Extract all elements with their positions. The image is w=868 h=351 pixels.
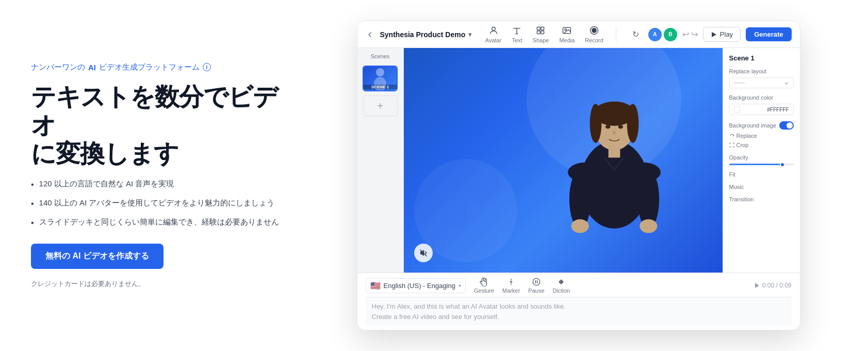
avatar-user-1: A — [648, 28, 662, 41]
flag-icon: 🇺🇸 — [370, 281, 381, 291]
crop-link[interactable]: Crop — [729, 142, 794, 148]
marker-button[interactable]: Marker — [502, 277, 520, 294]
no-credit-text: クレジットカードは必要ありません。 — [31, 279, 299, 289]
bg-color-input[interactable]: #FFFFFF — [729, 104, 794, 115]
svg-point-15 — [589, 104, 601, 143]
toolbar-avatar[interactable]: Avatar — [485, 25, 502, 43]
playback-time: 0:00 / 0:09 — [754, 282, 792, 289]
svg-rect-3 — [537, 31, 541, 34]
toolbar: Avatar Text Shape Media — [485, 25, 792, 43]
bottom-controls: 🇺🇸 English (US) - Engaging ▾ Gesture — [357, 273, 800, 330]
cta-button[interactable]: 無料の AI ビデオを作成する — [31, 244, 163, 269]
script-area[interactable]: Hey, I'm Alex, and this is what an AI Av… — [366, 297, 792, 326]
add-scene-button[interactable]: + — [363, 95, 398, 116]
gesture-button[interactable]: Gesture — [474, 277, 494, 294]
bg-image-section: Background image Replace Crop — [729, 121, 794, 148]
bg-image-toggle[interactable] — [779, 121, 794, 130]
svg-point-24 — [605, 125, 610, 129]
app-window: Synthesia Product Demo ▾ Avatar Text — [357, 21, 800, 330]
bg-image-label: Background image — [729, 122, 777, 129]
toolbar-record[interactable]: Record — [585, 25, 603, 43]
replace-layout-control[interactable]: ─── — [729, 77, 794, 88]
main-content: Scenes SCENE 1 + — [357, 48, 800, 273]
mute-button[interactable] — [414, 244, 433, 262]
right-settings-panel: Scene 1 Replace layout ─── Background co… — [723, 48, 800, 273]
opacity-fill — [729, 164, 781, 165]
undo-button[interactable]: ↩ — [682, 29, 689, 39]
toolbar-divider — [616, 27, 616, 42]
replace-layout-label: Replace layout — [729, 68, 794, 74]
video-background — [404, 48, 723, 273]
svg-rect-1 — [537, 27, 541, 30]
left-panel: ナンバーワンの AI ビデオ生成プラットフォーム i テキストを数分でビデオ に… — [31, 62, 299, 289]
fit-section: Fit — [729, 171, 794, 178]
generate-button[interactable]: Generate — [746, 27, 791, 41]
language-label: English (US) - Engaging — [384, 282, 455, 290]
top-bar-actions: ↻ A B ↩ ↪ Play — [629, 27, 792, 42]
heading-line2: に変換します — [31, 140, 178, 167]
play-button[interactable]: Play — [703, 27, 741, 42]
svg-rect-17 — [608, 148, 620, 157]
svg-point-25 — [618, 125, 623, 129]
refresh-button[interactable]: ↻ — [629, 27, 643, 42]
project-title[interactable]: Synthesia Product Demo ▾ — [380, 30, 472, 39]
svg-point-10 — [376, 68, 384, 76]
svg-point-22 — [571, 219, 588, 233]
transition-label: Transition — [729, 196, 794, 202]
language-selector[interactable]: 🇺🇸 English (US) - Engaging ▾ — [366, 278, 466, 293]
main-heading: テキストを数分でビデオ に変換します — [31, 83, 299, 168]
scene-1-label: SCENE 1 — [364, 85, 397, 89]
collaborator-avatars: A B — [648, 28, 677, 41]
color-swatch — [734, 106, 740, 113]
svg-point-31 — [533, 278, 540, 285]
pause-button[interactable]: Pause — [528, 277, 544, 294]
scene-thumbnail-1[interactable]: SCENE 1 — [363, 66, 398, 91]
opacity-section: Opacity — [729, 154, 794, 165]
scene-title: Scene 1 — [729, 54, 794, 62]
bg-color-section: Background color #FFFFFF — [729, 94, 794, 115]
svg-rect-2 — [541, 27, 544, 30]
svg-point-23 — [640, 219, 657, 233]
svg-marker-9 — [712, 32, 716, 37]
tagline-prefix: ナンバーワンの — [31, 62, 85, 72]
tagline-suffix: ビデオ生成プラットフォーム — [99, 62, 200, 72]
tagline: ナンバーワンの AI ビデオ生成プラットフォーム i — [31, 62, 299, 72]
opacity-slider[interactable] — [729, 164, 794, 165]
language-chevron: ▾ — [458, 283, 461, 289]
svg-point-16 — [627, 104, 638, 143]
diction-button[interactable]: Diction — [553, 277, 570, 294]
bottom-row-1: 🇺🇸 English (US) - Engaging ▾ Gesture — [366, 277, 792, 294]
fit-label: Fit — [729, 171, 794, 178]
tagline-ai: AI — [88, 63, 96, 72]
feature-item-1: 120 以上の言語で自然な AI 音声を実現 — [31, 178, 299, 191]
bg-image-toggle-row: Background image — [729, 121, 794, 130]
avatar-user-2: B — [664, 28, 677, 41]
info-icon[interactable]: i — [203, 63, 211, 71]
bg-color-label: Background color — [729, 94, 794, 101]
svg-marker-35 — [755, 283, 759, 288]
replace-link[interactable]: Replace — [729, 133, 794, 139]
replace-layout-section: Replace layout ─── — [729, 68, 794, 88]
heading-line1: テキストを数分でビデオ — [31, 83, 277, 139]
scenes-label: Scenes — [371, 53, 390, 59]
top-bar: Synthesia Product Demo ▾ Avatar Text — [357, 21, 800, 48]
toolbar-shape[interactable]: Shape — [533, 25, 549, 43]
video-canvas — [404, 48, 723, 273]
action-buttons: Gesture Marker — [474, 277, 570, 294]
toolbar-text[interactable]: Text — [512, 25, 522, 43]
toolbar-media[interactable]: Media — [559, 25, 575, 43]
chevron-down-icon: ▾ — [468, 31, 471, 38]
svg-point-28 — [511, 281, 512, 283]
opacity-thumb[interactable] — [780, 162, 785, 167]
svg-point-26 — [613, 131, 616, 135]
feature-item-3: スライドデッキと同じくらい簡単に編集でき、経験は必要ありません — [31, 216, 299, 229]
svg-point-0 — [492, 27, 495, 30]
scenes-panel: Scenes SCENE 1 + — [357, 48, 404, 273]
music-label: Music — [729, 184, 794, 190]
avatar-figure — [547, 48, 681, 273]
undo-redo: ↩ ↪ — [682, 29, 698, 39]
svg-rect-4 — [541, 31, 544, 34]
music-section: Music — [729, 184, 794, 190]
redo-button[interactable]: ↪ — [691, 29, 698, 39]
back-button[interactable] — [366, 30, 374, 39]
